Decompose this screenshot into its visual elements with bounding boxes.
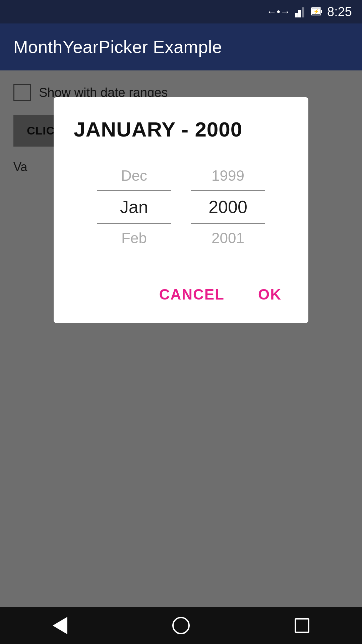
month-next[interactable]: Feb bbox=[97, 224, 171, 253]
svg-marker-1 bbox=[298, 10, 301, 17]
app-bar: MonthYearPicker Example bbox=[0, 23, 362, 70]
recent-apps-button[interactable] bbox=[295, 618, 309, 633]
year-picker-column[interactable]: 1999 2000 2001 bbox=[191, 161, 265, 253]
status-icons: ←•→ ⚡ 8:25 bbox=[267, 5, 352, 19]
cancel-button[interactable]: CANCEL bbox=[153, 283, 231, 306]
dialog-buttons: CANCEL OK bbox=[74, 279, 288, 306]
year-prev[interactable]: 1999 bbox=[191, 161, 265, 190]
status-bar: ←•→ ⚡ 8:25 bbox=[0, 0, 362, 23]
month-picker-column[interactable]: Dec Jan Feb bbox=[97, 161, 171, 253]
nav-arrows-icon: ←•→ bbox=[267, 6, 291, 17]
svg-rect-4 bbox=[321, 10, 322, 13]
main-content: Show with date ranges CLICK TO SHOW PICK… bbox=[0, 70, 362, 607]
home-icon bbox=[172, 617, 190, 634]
recent-icon bbox=[295, 618, 309, 633]
year-selected[interactable]: 2000 bbox=[191, 191, 265, 223]
svg-text:⚡: ⚡ bbox=[313, 9, 319, 14]
year-next[interactable]: 2001 bbox=[191, 224, 265, 253]
dialog-title: JANUARY - 2000 bbox=[74, 117, 288, 141]
month-selected[interactable]: Jan bbox=[97, 191, 171, 223]
month-selected-area[interactable]: Jan bbox=[97, 191, 171, 223]
picker-container[interactable]: Dec Jan Feb 1999 2000 2001 bbox=[74, 161, 288, 253]
month-prev[interactable]: Dec bbox=[97, 161, 171, 190]
signal-icon bbox=[295, 6, 306, 17]
home-button[interactable] bbox=[172, 617, 190, 634]
app-title: MonthYearPicker Example bbox=[13, 37, 222, 57]
year-selected-area[interactable]: 2000 bbox=[191, 191, 265, 223]
svg-marker-0 bbox=[295, 13, 298, 17]
back-icon bbox=[53, 617, 67, 634]
month-year-picker-dialog: JANUARY - 2000 Dec Jan Feb 1999 bbox=[54, 97, 308, 323]
battery-icon: ⚡ bbox=[311, 6, 322, 17]
svg-marker-2 bbox=[302, 7, 304, 17]
back-button[interactable] bbox=[53, 617, 67, 634]
status-time: 8:25 bbox=[327, 5, 352, 19]
bottom-nav-bar bbox=[0, 607, 362, 644]
ok-button[interactable]: OK bbox=[251, 283, 288, 306]
dialog-overlay: JANUARY - 2000 Dec Jan Feb 1999 bbox=[0, 70, 362, 607]
